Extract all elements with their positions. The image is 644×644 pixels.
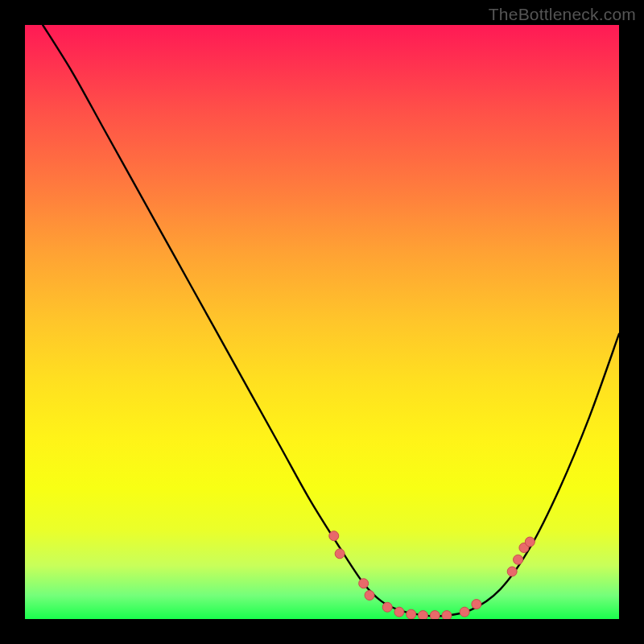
marker-point bbox=[329, 531, 339, 541]
marker-point bbox=[418, 611, 427, 619]
marker-point bbox=[335, 549, 345, 559]
marker-point bbox=[442, 611, 452, 619]
marker-point bbox=[507, 567, 517, 576]
markers-layer bbox=[25, 25, 619, 619]
marker-point bbox=[525, 537, 535, 547]
watermark-label: TheBottleneck.com bbox=[489, 5, 636, 24]
marker-point bbox=[394, 607, 404, 617]
marker-point bbox=[472, 600, 481, 609]
marker-point bbox=[359, 579, 369, 588]
chart-container: TheBottleneck.com bbox=[0, 0, 644, 644]
marker-point bbox=[514, 555, 523, 564]
marker-point bbox=[407, 609, 416, 619]
marker-point bbox=[365, 590, 374, 600]
marker-point bbox=[460, 607, 469, 617]
marker-point bbox=[382, 602, 392, 612]
marker-point bbox=[430, 611, 440, 619]
